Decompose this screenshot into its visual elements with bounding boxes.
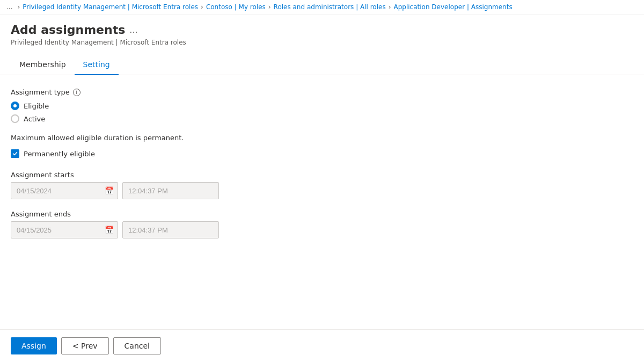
cancel-button[interactable]: Cancel [113, 337, 161, 354]
checkbox-box [11, 149, 19, 158]
breadcrumb-item-contoso[interactable]: Contoso | My roles [206, 3, 266, 11]
breadcrumb-ellipsis[interactable]: ... [6, 3, 12, 11]
duration-note: Maximum allowed eligible duration is per… [11, 134, 633, 142]
permanently-eligible-checkbox[interactable]: Permanently eligible [11, 149, 633, 158]
tabs-container: Membership Setting [0, 55, 644, 75]
page-title: Add assignments [11, 23, 125, 37]
footer: Assign < Prev Cancel [0, 329, 644, 362]
content-area: Assignment type i Eligible Active Maximu… [0, 75, 644, 329]
radio-eligible[interactable]: Eligible [11, 102, 633, 110]
assignment-starts-time-input[interactable] [122, 182, 219, 199]
assignment-type-label: Assignment type i [11, 88, 633, 96]
page-title-menu[interactable]: ... [129, 25, 137, 35]
radio-active-label: Active [24, 115, 45, 123]
tab-membership[interactable]: Membership [11, 55, 75, 75]
radio-eligible-label: Eligible [24, 102, 49, 110]
assign-button[interactable]: Assign [11, 337, 57, 354]
radio-circle-eligible [11, 102, 19, 110]
assignment-starts-row: 📅 [11, 182, 633, 199]
assignment-ends-time-input[interactable] [122, 221, 219, 238]
page-subtitle: Privileged Identity Management | Microso… [11, 39, 633, 46]
page-header: Add assignments ... Privileged Identity … [0, 15, 644, 50]
assignment-starts-label: Assignment starts [11, 171, 633, 179]
assignment-starts-group: Assignment starts 📅 [11, 171, 633, 199]
breadcrumb-item-pim[interactable]: Privileged Identity Management | Microso… [23, 3, 198, 11]
breadcrumb-item-assignments[interactable]: Application Developer | Assignments [393, 3, 512, 11]
assignment-starts-date-input[interactable] [11, 182, 118, 199]
breadcrumb: ... › Privileged Identity Management | M… [0, 0, 644, 15]
breadcrumb-item-roles[interactable]: Roles and administrators | All roles [274, 3, 386, 11]
assignment-type-radio-group: Eligible Active [11, 102, 633, 123]
prev-button[interactable]: < Prev [61, 337, 109, 354]
assignment-type-info-icon[interactable]: i [73, 89, 80, 96]
permanently-eligible-label: Permanently eligible [24, 150, 95, 158]
tab-setting[interactable]: Setting [75, 55, 119, 75]
assignment-ends-date-wrapper: 📅 [11, 221, 118, 238]
assignment-ends-row: 📅 [11, 221, 633, 238]
radio-active[interactable]: Active [11, 114, 633, 123]
assignment-ends-date-input[interactable] [11, 221, 118, 238]
assignment-starts-date-wrapper: 📅 [11, 182, 118, 199]
radio-circle-active [11, 114, 19, 123]
assignment-ends-group: Assignment ends 📅 [11, 210, 633, 238]
assignment-ends-label: Assignment ends [11, 210, 633, 218]
